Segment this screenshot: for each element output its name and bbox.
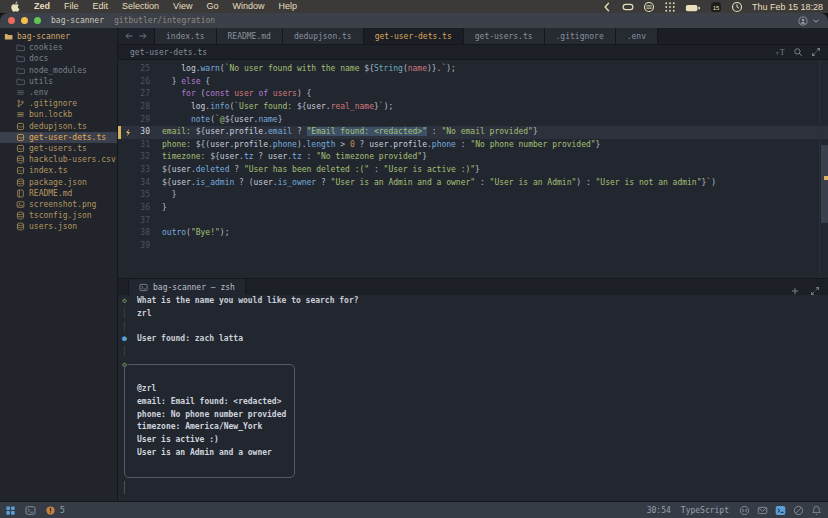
file-label: hackclub-users.csv [29, 155, 116, 164]
battery-icon[interactable] [685, 1, 701, 13]
sidebar-item-bag-scanner[interactable]: bag-scanner [0, 31, 117, 42]
expand-terminal-icon[interactable] [810, 282, 820, 292]
sidebar-item-dedupjson-ts[interactable]: dedupjson.ts [0, 121, 117, 132]
close-window-button[interactable] [8, 17, 15, 24]
breadcrumb-bar: get-user-dets.ts TT [118, 45, 828, 60]
code-line-29[interactable]: 29 note(`@${user.name} [118, 114, 828, 127]
menu-edit[interactable]: Edit [86, 0, 116, 13]
calendar-icon[interactable]: 15 [710, 1, 722, 13]
git-branch[interactable]: gitbutler/integration [114, 16, 215, 25]
diagnostics-summary[interactable]: 5 [45, 505, 65, 516]
project-name[interactable]: bag-scanner [51, 16, 104, 25]
language-selector[interactable]: TypeScript [681, 506, 729, 515]
tab-label: index.ts [166, 32, 205, 41]
code-line-32[interactable]: 32timezone: ${user.tz ? user.tz : "No ti… [118, 151, 828, 164]
mail-icon[interactable] [757, 505, 768, 516]
clock-icon[interactable] [731, 1, 743, 13]
code-line-25[interactable]: 25 log.warn(`No user found with the name… [118, 63, 828, 76]
code-line-36[interactable]: 36} [118, 202, 828, 215]
code-line-28[interactable]: 28 log.info(`User found: ${user.real_nam… [118, 101, 828, 114]
code-line-39[interactable]: 39 [118, 240, 828, 253]
sidebar-item-get-user-dets-ts[interactable]: get-user-dets.ts [0, 132, 117, 143]
breadcrumb[interactable]: get-user-dets.ts [130, 48, 207, 57]
menu-help[interactable]: Help [271, 0, 304, 13]
sidebar-item-gitignore[interactable]: .gitignore [0, 98, 117, 109]
code-line-37[interactable]: 37 [118, 215, 828, 228]
sidebar-item-get-users-ts[interactable]: get-users.ts [0, 143, 117, 154]
menu-view[interactable]: View [166, 0, 199, 13]
db-icon [16, 222, 25, 231]
code-line-27[interactable]: 27 for (const user of users) { [118, 88, 828, 101]
tab-dedupjson-ts[interactable]: dedupjson.ts [283, 28, 364, 44]
search-icon[interactable] [793, 47, 803, 57]
menubar-status-icons: 15 [601, 1, 743, 13]
collab-panel-icon[interactable] [25, 505, 36, 516]
chevron-left-icon[interactable] [601, 1, 613, 13]
grid-dots-icon[interactable] [664, 1, 676, 13]
code-editor[interactable]: 25 log.warn(`No user found with the name… [118, 60, 828, 278]
sidebar-item-bun-lockb[interactable]: bun.lockb [0, 109, 117, 120]
sidebar-item-docs[interactable]: docs [0, 53, 117, 64]
tab-env[interactable]: .env [616, 28, 658, 44]
file-label: bun.lockb [29, 110, 72, 119]
display-icon[interactable] [622, 1, 634, 13]
cursor-position[interactable]: 30:54 [647, 506, 671, 515]
sidebar-item-index-ts[interactable]: index.ts [0, 165, 117, 176]
file-label: package.json [29, 178, 87, 187]
menu-window[interactable]: Window [225, 0, 271, 13]
code-line-35[interactable]: 35 } [118, 189, 828, 202]
menubar-clock[interactable]: Thu Feb 15 18:28 [752, 2, 823, 12]
lines-icon [16, 88, 25, 97]
sidebar-item-screenshot-png[interactable]: screenshot.png [0, 199, 117, 210]
new-terminal-icon[interactable] [790, 282, 800, 292]
minimize-window-button[interactable] [21, 17, 28, 24]
user-switch-icon[interactable] [643, 1, 655, 13]
code-line-38[interactable]: 38outro("Bye!"); [118, 227, 828, 240]
tab-index-ts[interactable]: index.ts [155, 28, 217, 44]
sidebar-item-package-json[interactable]: package.json [0, 176, 117, 187]
sidebar-item-readme-md[interactable]: README.md [0, 188, 117, 199]
terminal-output[interactable]: ◇What is the name you would like to sear… [118, 295, 828, 501]
expand-pane-icon[interactable] [811, 47, 821, 57]
chevron-down-icon[interactable] [812, 17, 820, 25]
zoom-window-button[interactable] [34, 17, 41, 24]
code-line-30[interactable]: 30email: ${user.profile.email ? "Email f… [118, 126, 828, 139]
code-action-icon[interactable] [124, 128, 133, 137]
tab-get-user-dets-ts[interactable]: get-user-dets.ts [364, 28, 464, 44]
sidebar-item-utils[interactable]: utils [0, 76, 117, 87]
user-avatar-icon[interactable] [798, 16, 808, 26]
line-number: 36 [118, 202, 162, 215]
menu-selection[interactable]: Selection [115, 0, 166, 13]
navigate-back-icon[interactable] [123, 30, 135, 42]
tab-gitignore[interactable]: .gitignore [545, 28, 616, 44]
navigate-forward-icon[interactable] [137, 30, 149, 42]
font-size-icon[interactable]: TT [775, 47, 785, 57]
sidebar-item-tsconfig-json[interactable]: tsconfig.json [0, 210, 117, 221]
menu-file[interactable]: File [57, 0, 86, 13]
code-line-26[interactable]: 26 } else { [118, 76, 828, 89]
sidebar-item-hackclub-users-csv[interactable]: hackclub-users.csv [0, 154, 117, 165]
file-label: .gitignore [29, 99, 77, 108]
scrollbar-thumb[interactable] [821, 145, 828, 223]
sidebar-item-env[interactable]: .env [0, 87, 117, 98]
tab-readme-md[interactable]: README.md [217, 28, 283, 44]
apple-menu-icon[interactable] [10, 1, 21, 12]
project-panel-toggle-icon[interactable] [5, 505, 16, 516]
code-line-31[interactable]: 31phone: ${(user.profile.phone).length >… [118, 139, 828, 152]
menu-go[interactable]: Go [199, 0, 225, 13]
code-line-34[interactable]: 34${user.is_admin ? (user.is_owner ? "Us… [118, 177, 828, 190]
bell-icon[interactable] [811, 505, 822, 516]
sidebar-item-node-modules[interactable]: node_modules [0, 65, 117, 76]
sidebar-item-users-json[interactable]: users.json [0, 221, 117, 232]
editor-scrollbar[interactable] [819, 60, 828, 278]
copilot-icon[interactable] [739, 505, 750, 516]
code-line-33[interactable]: 33${user.deleted ? "User has been delete… [118, 164, 828, 177]
menu-zed[interactable]: Zed [27, 0, 57, 13]
terminal-tab[interactable]: bag-scanner — zsh [128, 279, 246, 295]
terminal-solid-icon[interactable] [775, 505, 786, 516]
slash-circle-icon[interactable] [793, 505, 804, 516]
sidebar-item-cookies[interactable]: cookies [0, 42, 117, 53]
selected-text: "Email found: <redacted>" [307, 127, 427, 136]
code-text [162, 215, 828, 228]
tab-get-users-ts[interactable]: get-users.ts [464, 28, 545, 44]
